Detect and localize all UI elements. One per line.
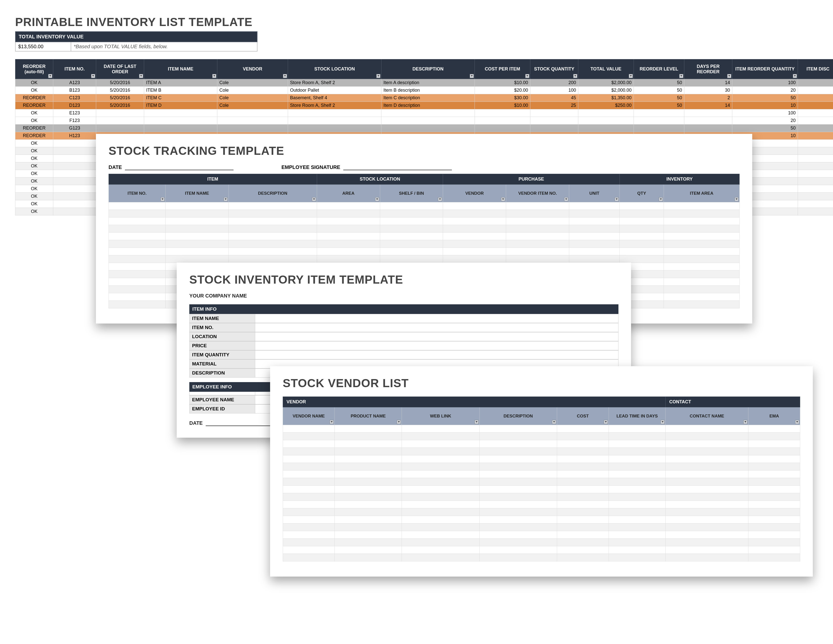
filter-icon[interactable]	[501, 197, 505, 201]
cell[interactable]: Item B description	[381, 87, 475, 94]
cell[interactable]	[317, 248, 380, 255]
cell[interactable]	[664, 278, 740, 286]
cell[interactable]	[479, 539, 557, 546]
cell[interactable]	[748, 486, 800, 493]
cell[interactable]: $250.00	[578, 102, 634, 109]
cell[interactable]	[798, 140, 833, 147]
cell[interactable]	[288, 124, 381, 132]
cell[interactable]	[634, 109, 684, 117]
cell[interactable]: $1,350.00	[578, 94, 634, 102]
filter-icon[interactable]	[283, 74, 287, 78]
column-header[interactable]: COST	[557, 407, 609, 425]
cell[interactable]	[288, 109, 381, 117]
cell[interactable]	[475, 124, 530, 132]
cell[interactable]	[530, 124, 578, 132]
cell[interactable]	[664, 286, 740, 293]
cell[interactable]: OK	[15, 109, 53, 117]
cell[interactable]	[557, 516, 609, 523]
cell[interactable]: 50	[732, 124, 798, 132]
cell[interactable]	[578, 117, 634, 124]
cell[interactable]	[609, 425, 666, 433]
column-header[interactable]: DESCRIPTION	[381, 60, 475, 79]
cell[interactable]	[664, 240, 740, 248]
cell[interactable]	[109, 270, 166, 278]
cell[interactable]	[557, 523, 609, 531]
cell[interactable]	[144, 109, 217, 117]
cell[interactable]	[109, 293, 166, 301]
cell[interactable]	[380, 255, 443, 263]
cell[interactable]	[479, 456, 557, 463]
cell[interactable]	[506, 248, 569, 255]
cell[interactable]: 45	[530, 94, 578, 102]
cell[interactable]	[443, 240, 506, 248]
cell[interactable]	[666, 470, 748, 478]
filter-icon[interactable]	[564, 197, 568, 201]
cell[interactable]	[609, 448, 666, 456]
cell[interactable]	[557, 531, 609, 539]
cell[interactable]	[334, 509, 402, 516]
cell[interactable]	[283, 486, 335, 493]
cell[interactable]	[402, 486, 479, 493]
cell[interactable]	[557, 425, 609, 433]
column-header[interactable]: PRODUCT NAME	[334, 407, 402, 425]
cell[interactable]	[228, 255, 317, 263]
cell[interactable]	[334, 501, 402, 509]
cell[interactable]	[402, 425, 479, 433]
cell[interactable]	[109, 263, 166, 270]
cell[interactable]	[283, 509, 335, 516]
cell[interactable]	[634, 124, 684, 132]
cell[interactable]	[402, 509, 479, 516]
cell[interactable]	[479, 509, 557, 516]
cell[interactable]	[609, 501, 666, 509]
cell[interactable]	[402, 448, 479, 456]
cell[interactable]	[109, 278, 166, 286]
filter-icon[interactable]	[212, 74, 216, 78]
cell[interactable]	[748, 425, 800, 433]
cell[interactable]	[144, 117, 217, 124]
cell[interactable]	[609, 509, 666, 516]
cell[interactable]	[609, 554, 666, 562]
cell[interactable]	[557, 554, 609, 562]
column-header[interactable]: TOTAL VALUE	[578, 60, 634, 79]
cell[interactable]	[666, 463, 748, 470]
cell[interactable]	[402, 470, 479, 478]
cell[interactable]	[53, 200, 96, 208]
cell[interactable]	[443, 202, 506, 210]
cell[interactable]	[283, 523, 335, 531]
cell[interactable]	[443, 225, 506, 233]
cell[interactable]: E123	[53, 109, 96, 117]
cell[interactable]	[666, 554, 748, 562]
cell[interactable]	[165, 233, 228, 240]
cell[interactable]	[506, 210, 569, 217]
cell[interactable]	[666, 440, 748, 448]
cell[interactable]	[402, 463, 479, 470]
cell[interactable]: REORDER	[15, 132, 53, 140]
cell[interactable]: OK	[15, 87, 53, 94]
cell[interactable]	[109, 240, 166, 248]
cell[interactable]	[666, 531, 748, 539]
cell[interactable]	[109, 202, 166, 210]
column-header[interactable]: DAYS PER REORDER	[684, 60, 732, 79]
cell[interactable]	[620, 240, 664, 248]
cell[interactable]	[402, 546, 479, 554]
cell[interactable]: OK	[15, 155, 53, 163]
cell[interactable]	[798, 193, 833, 200]
cell[interactable]	[334, 493, 402, 501]
cell[interactable]	[317, 233, 380, 240]
cell[interactable]: Item C description	[381, 94, 475, 102]
filter-icon[interactable]	[376, 74, 380, 78]
filter-icon[interactable]	[604, 420, 608, 424]
filter-icon[interactable]	[573, 74, 577, 78]
column-header[interactable]: DESCRIPTION	[228, 185, 317, 202]
cell[interactable]: H123	[53, 132, 96, 140]
cell[interactable]	[666, 433, 748, 440]
cell[interactable]	[557, 546, 609, 554]
cell[interactable]	[557, 509, 609, 516]
field-value[interactable]	[255, 351, 618, 359]
column-header[interactable]: DATE OF LAST ORDER	[96, 60, 144, 79]
cell[interactable]: OK	[15, 140, 53, 147]
cell[interactable]	[506, 202, 569, 210]
cell[interactable]: Store Room A, Shelf 2	[288, 79, 381, 87]
cell[interactable]: Item A description	[381, 79, 475, 87]
cell[interactable]	[684, 117, 732, 124]
